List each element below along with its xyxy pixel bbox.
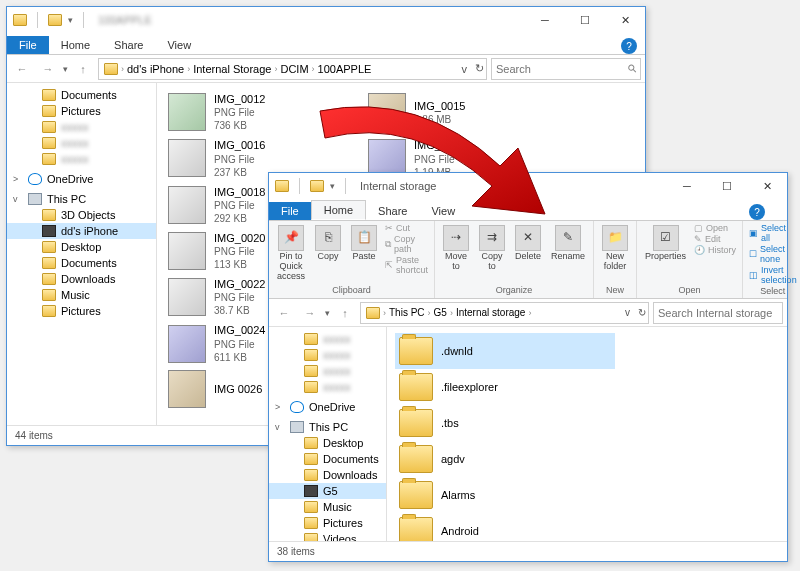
status-bar: 38 items [269,541,787,561]
tab-share[interactable]: Share [366,202,419,220]
nav-item[interactable]: 3D Objects [7,207,156,223]
maximize-button[interactable]: ☐ [565,7,605,33]
folder-list[interactable]: .dwnld.fileexplorer.tbsagdvAlarmsAndroid… [387,327,787,541]
nav-item[interactable]: Documents [7,255,156,271]
qat-dropdown-icon[interactable]: ▾ [330,181,335,191]
folder-icon [42,273,56,285]
edit-button[interactable]: ✎ Edit [694,234,721,244]
nav-forward-button[interactable]: → [299,302,321,324]
breadcrumb[interactable]: › This PC› G5› Internal storage› v ↻ [360,302,649,324]
select-all-button[interactable]: ▣ Select all [749,223,797,243]
cloud-icon [28,173,42,185]
folder-item[interactable]: Android [395,513,615,541]
file-item[interactable]: IMG_0012PNG File736 KB [165,89,365,135]
nav-item[interactable]: Pictures [7,303,156,319]
dropdown-icon[interactable]: v [621,307,634,318]
nav-item[interactable]: Music [7,287,156,303]
minimize-button[interactable]: ─ [525,7,565,33]
maximize-button[interactable]: ☐ [707,173,747,199]
close-button[interactable]: ✕ [605,7,645,33]
cut-button[interactable]: ✂ Cut [385,223,410,233]
new-folder-button[interactable]: 📁New folder [600,223,630,274]
nav-up-button[interactable]: ↑ [334,302,356,324]
folder-icon [42,209,56,221]
nav-item[interactable]: Documents [7,87,156,103]
search-input[interactable] [653,302,783,324]
nav-item[interactable]: xxxxx [7,119,156,135]
nav-item[interactable]: vThis PC [7,191,156,207]
tab-file[interactable]: File [269,202,311,220]
nav-item[interactable]: Pictures [7,103,156,119]
phone-icon [366,307,380,319]
tab-view[interactable]: View [419,202,467,220]
nav-item[interactable]: xxxxx [269,363,386,379]
properties-button[interactable]: ☑Properties [643,223,688,264]
open-button[interactable]: ▢ Open [694,223,728,233]
nav-item[interactable]: Music [269,499,386,515]
nav-item[interactable]: xxxxx [269,331,386,347]
nav-item[interactable]: Videos [269,531,386,541]
nav-tree[interactable]: xxxxxxxxxxxxxxxxxxxx>OneDrivevThis PCDes… [269,327,387,541]
nav-item[interactable]: xxxxx [7,135,156,151]
folder-item[interactable]: .tbs [395,405,615,441]
history-button[interactable]: 🕘 History [694,245,736,255]
tab-view[interactable]: View [155,36,203,54]
tab-share[interactable]: Share [102,36,155,54]
tab-file[interactable]: File [7,36,49,54]
move-to-button[interactable]: ⇢Move to [441,223,471,274]
select-none-button[interactable]: ☐ Select none [749,244,797,264]
history-dropdown-icon[interactable]: ▾ [325,308,330,318]
copy-button[interactable]: ⎘Copy [313,223,343,264]
breadcrumb[interactable]: › dd's iPhone› Internal Storage› DCIM› 1… [98,58,487,80]
nav-item[interactable]: Desktop [7,239,156,255]
copy-path-button[interactable]: ⧉ Copy path [385,234,428,254]
folder-icon [48,14,62,26]
nav-up-button[interactable]: ↑ [72,58,94,80]
nav-item[interactable]: >OneDrive [269,399,386,415]
refresh-icon[interactable]: ↻ [638,307,646,318]
dropdown-icon[interactable]: v [458,63,472,75]
folder-item[interactable]: Alarms [395,477,615,513]
nav-item[interactable]: Pictures [269,515,386,531]
paste-button[interactable]: 📋Paste [349,223,379,264]
menu-tabs: File Home Share View ? [269,199,787,221]
nav-forward-button[interactable]: → [37,58,59,80]
tab-home[interactable]: Home [311,200,366,220]
nav-back-button[interactable]: ← [273,302,295,324]
nav-item[interactable]: dd's iPhone [7,223,156,239]
tab-home[interactable]: Home [49,36,102,54]
nav-back-button[interactable]: ← [11,58,33,80]
pc-icon [28,193,42,205]
nav-item[interactable]: >OneDrive [7,171,156,187]
nav-item[interactable]: xxxxx [269,379,386,395]
nav-item[interactable]: G5 [269,483,386,499]
nav-item[interactable]: Documents [269,451,386,467]
thumbnail-icon [168,325,206,363]
paste-shortcut-button[interactable]: ⇱ Paste shortcut [385,255,428,275]
delete-button[interactable]: ✕Delete [513,223,543,264]
nav-item[interactable]: xxxxx [269,347,386,363]
nav-tree[interactable]: DocumentsPicturesxxxxxxxxxxxxxxx>OneDriv… [7,83,157,425]
nav-item[interactable]: Downloads [269,467,386,483]
pc-icon [290,421,304,433]
qat-dropdown-icon[interactable]: ▾ [68,15,73,25]
nav-item[interactable]: Downloads [7,271,156,287]
nav-item[interactable]: Desktop [269,435,386,451]
folder-item[interactable]: agdv [395,441,615,477]
refresh-icon[interactable]: ↻ [475,62,484,75]
pin-quickaccess-button[interactable]: 📌Pin to Quick access [275,223,307,284]
invert-selection-button[interactable]: ◫ Invert selection [749,265,797,285]
help-icon[interactable]: ? [749,204,765,220]
close-button[interactable]: ✕ [747,173,787,199]
folder-item[interactable]: .fileexplorer [395,369,615,405]
nav-item[interactable]: xxxxx [7,151,156,167]
file-item[interactable]: IMG_00156.86 MB [365,89,565,135]
help-icon[interactable]: ? [621,38,637,54]
minimize-button[interactable]: ─ [667,173,707,199]
copy-to-button[interactable]: ⇉Copy to [477,223,507,274]
search-input[interactable]: ⚲ [491,58,641,80]
history-dropdown-icon[interactable]: ▾ [63,64,68,74]
nav-item[interactable]: vThis PC [269,419,386,435]
folder-item[interactable]: .dwnld [395,333,615,369]
rename-button[interactable]: ✎Rename [549,223,587,264]
